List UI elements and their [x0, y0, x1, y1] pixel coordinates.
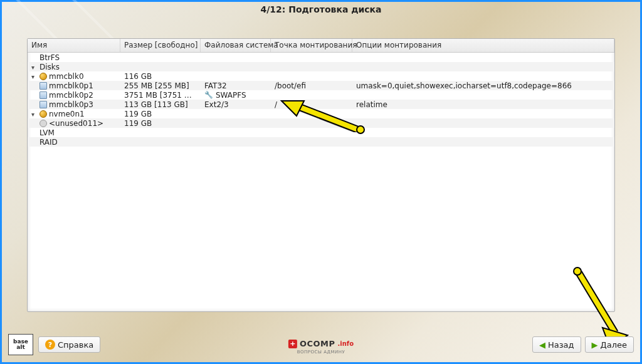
col-mount[interactable]: Точка монтирования [271, 39, 352, 52]
page-title: 4/12: Подготовка диска [2, 4, 640, 14]
disk-icon [39, 110, 47, 118]
table-row[interactable]: Disks [28, 62, 614, 71]
row-name: nvme0n1 [49, 110, 85, 118]
fs-label: FAT32 [204, 81, 227, 90]
table-row[interactable]: LVM [28, 128, 614, 137]
fs-label: Ext2/3 [204, 100, 229, 109]
table-row[interactable]: mmcblk0p1255 MB [255 MB]FAT32/boot/efium… [28, 81, 614, 90]
row-name: mmcblk0p3 [49, 100, 93, 109]
expand-toggle-icon[interactable] [31, 110, 38, 118]
cell-name: mmcblk0p1 [28, 81, 120, 90]
chevron-left-icon: ◀ [539, 340, 545, 350]
cell-name: Disks [28, 63, 120, 71]
unused-icon [39, 120, 47, 127]
cell-name: RAID [28, 138, 120, 147]
table-row[interactable]: mmcblk0p23751 MB [3751 MB]🔧SWAPFS [28, 90, 614, 100]
disk-icon [39, 73, 47, 80]
cell-opts: relatime [352, 100, 614, 109]
cell-size: 119 GB [120, 110, 201, 118]
expand-toggle-icon[interactable] [31, 72, 38, 81]
row-name: RAID [39, 138, 58, 147]
cell-mount: / [271, 100, 352, 109]
row-name: mmcblk0 [49, 72, 84, 81]
col-fs[interactable]: Файловая система [201, 39, 271, 52]
nav-buttons: ◀ Назад ▶ Далее [532, 336, 634, 353]
partition-icon [39, 82, 47, 90]
cell-size: 255 MB [255 MB] [120, 81, 201, 90]
cell-name: <unused011> [28, 119, 120, 128]
table-row[interactable]: mmcblk0116 GB [28, 71, 614, 81]
table-row[interactable]: nvme0n1119 GB [28, 109, 614, 118]
cell-name: nvme0n1 [28, 110, 120, 118]
partition-panel: Имя Размер [свободно] Файловая система Т… [27, 38, 615, 312]
fs-label: SWAPFS [216, 91, 246, 100]
table-row[interactable]: BtrFS [28, 53, 614, 62]
table-row[interactable]: RAID [28, 137, 614, 147]
cell-name: BtrFS [28, 53, 120, 62]
cell-name: mmcblk0p3 [28, 100, 120, 109]
help-label: Справка [58, 340, 93, 350]
cell-size: 116 GB [120, 72, 201, 81]
row-name: mmcblk0p1 [49, 81, 93, 90]
expand-toggle-icon[interactable] [31, 63, 38, 71]
cell-name: mmcblk0p2 [28, 91, 120, 100]
cell-mount: /boot/efi [271, 81, 352, 90]
cell-name: LVM [28, 128, 120, 137]
next-button[interactable]: ▶ Далее [585, 336, 634, 353]
col-name[interactable]: Имя [28, 39, 120, 52]
partition-icon [39, 91, 47, 99]
distro-logo: base alt [8, 334, 33, 355]
footer: base alt ? Справка ◀ Назад ▶ Далее [8, 333, 634, 356]
cell-size: 3751 MB [3751 MB] [120, 91, 201, 100]
row-name: <unused011> [49, 119, 103, 128]
wrench-icon: 🔧 [204, 91, 213, 98]
row-name: Disks [39, 63, 60, 71]
next-label: Далее [601, 340, 627, 350]
cell-opts: umask=0,quiet,showexec,iocharset=utf8,co… [352, 81, 614, 90]
table-row[interactable]: <unused011>119 GB [28, 118, 614, 128]
row-name: mmcblk0p2 [49, 91, 93, 100]
cell-fs: FAT32 [201, 81, 271, 90]
cell-fs: Ext2/3 [201, 100, 271, 109]
help-icon: ? [45, 340, 55, 350]
table-row[interactable]: mmcblk0p3113 GB [113 GB]Ext2/3/relatime [28, 100, 614, 109]
cell-name: mmcblk0 [28, 72, 120, 81]
table-header: Имя Размер [свободно] Файловая система Т… [28, 39, 614, 53]
logo-text-bottom: alt [16, 345, 24, 350]
help-button[interactable]: ? Справка [38, 336, 100, 353]
chevron-right-icon: ▶ [592, 340, 598, 350]
cell-fs: 🔧SWAPFS [201, 91, 271, 100]
col-opts[interactable]: Опции монтирования [352, 39, 614, 52]
back-button[interactable]: ◀ Назад [532, 336, 581, 353]
cell-size: 119 GB [120, 119, 201, 128]
partition-icon [39, 101, 47, 108]
table-body: BtrFSDisksmmcblk0116 GBmmcblk0p1255 MB [… [28, 53, 614, 311]
back-label: Назад [548, 340, 574, 350]
col-size[interactable]: Размер [свободно] [120, 39, 201, 52]
row-name: LVM [39, 128, 55, 137]
row-name: BtrFS [39, 53, 60, 62]
cell-size: 113 GB [113 GB] [120, 100, 201, 109]
